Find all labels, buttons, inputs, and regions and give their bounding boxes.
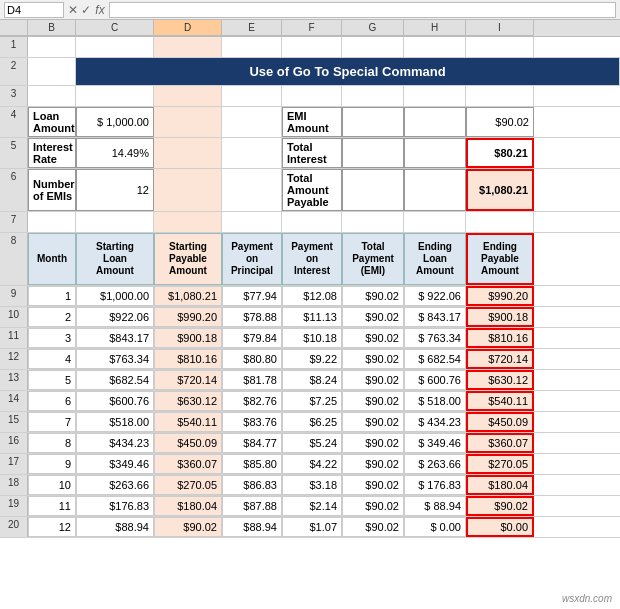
table-row-9: 9 1 $1,000.00 $1,080.21 $77.94 $12.08 $9… — [0, 286, 620, 307]
cell-E6 — [222, 169, 282, 211]
cell-el-20: $ 0.00 — [404, 517, 466, 537]
col-header-H[interactable]: H — [404, 20, 466, 36]
cell-sp-10: $990.20 — [154, 307, 222, 327]
cell-ep-14: $540.11 — [466, 391, 534, 411]
cell-month-13: 5 — [28, 370, 76, 390]
row-5: 5 Interest Rate 14.49% Total Interest $8… — [0, 138, 620, 169]
rownum-16: 16 — [0, 433, 28, 453]
rate-label: Interest Rate — [28, 138, 76, 168]
cell-el-14: $ 518.00 — [404, 391, 466, 411]
header-starting-payable: Starting Payable Amount — [154, 233, 222, 285]
cell-month-9: 1 — [28, 286, 76, 306]
cell-month-10: 2 — [28, 307, 76, 327]
rownum-15: 15 — [0, 412, 28, 432]
formula-bar: D4 ✕ ✓ fx — [0, 0, 620, 20]
cell-I3 — [466, 86, 534, 106]
header-ending-loan: Ending Loan Amount — [404, 233, 466, 285]
cell-sl-17: $349.46 — [76, 454, 154, 474]
cell-sp-14: $630.12 — [154, 391, 222, 411]
cell-sl-14: $600.76 — [76, 391, 154, 411]
col-header-C[interactable]: C — [76, 20, 154, 36]
cell-H6 — [404, 169, 466, 211]
cell-H4 — [404, 107, 466, 137]
cell-el-19: $ 88.94 — [404, 496, 466, 516]
cell-pp-13: $81.78 — [222, 370, 282, 390]
loan-value: $ 1,000.00 — [76, 107, 154, 137]
name-box[interactable]: D4 — [4, 2, 64, 18]
cell-sp-12: $810.16 — [154, 349, 222, 369]
cell-sl-19: $176.83 — [76, 496, 154, 516]
rownum-12: 12 — [0, 349, 28, 369]
cell-D3 — [154, 86, 222, 106]
cell-sp-19: $180.04 — [154, 496, 222, 516]
rownum-10: 10 — [0, 307, 28, 327]
cell-el-17: $ 263.66 — [404, 454, 466, 474]
cell-C3 — [76, 86, 154, 106]
cell-pp-10: $78.88 — [222, 307, 282, 327]
rownum-19: 19 — [0, 496, 28, 516]
cell-el-16: $ 349.46 — [404, 433, 466, 453]
cell-month-17: 9 — [28, 454, 76, 474]
col-header-I[interactable]: I — [466, 20, 534, 36]
cell-sp-18: $270.05 — [154, 475, 222, 495]
cell-H5 — [404, 138, 466, 168]
cell-el-15: $ 434.23 — [404, 412, 466, 432]
cell-E1 — [222, 37, 282, 57]
cell-tp-15: $90.02 — [342, 412, 404, 432]
cell-month-15: 7 — [28, 412, 76, 432]
cell-tp-19: $90.02 — [342, 496, 404, 516]
cell-pp-14: $82.76 — [222, 391, 282, 411]
cell-D6 — [154, 169, 222, 211]
column-header-row: B C D E F G H I — [0, 20, 620, 37]
cell-pi-15: $6.25 — [282, 412, 342, 432]
row-2: 2 Use of Go To Special Command — [0, 58, 620, 86]
cell-pi-16: $5.24 — [282, 433, 342, 453]
cell-D7 — [154, 212, 222, 232]
rownum-4: 4 — [0, 107, 28, 137]
cell-tp-14: $90.02 — [342, 391, 404, 411]
emi-amount-value: $90.02 — [466, 107, 534, 137]
cell-G4 — [342, 107, 404, 137]
cell-month-14: 6 — [28, 391, 76, 411]
table-row-17: 17 9 $349.46 $360.07 $85.80 $4.22 $90.02… — [0, 454, 620, 475]
cell-tp-11: $90.02 — [342, 328, 404, 348]
col-header-E[interactable]: E — [222, 20, 282, 36]
rownum-5: 5 — [0, 138, 28, 168]
cell-G3 — [342, 86, 404, 106]
cell-tp-12: $90.02 — [342, 349, 404, 369]
table-row-14: 14 6 $600.76 $630.12 $82.76 $7.25 $90.02… — [0, 391, 620, 412]
cell-tp-16: $90.02 — [342, 433, 404, 453]
cell-pi-14: $7.25 — [282, 391, 342, 411]
loan-label: Loan Amount — [28, 107, 76, 137]
cell-tp-18: $90.02 — [342, 475, 404, 495]
col-header-F[interactable]: F — [282, 20, 342, 36]
cell-sl-20: $88.94 — [76, 517, 154, 537]
table-row-12: 12 4 $763.34 $810.16 $80.80 $9.22 $90.02… — [0, 349, 620, 370]
cell-month-12: 4 — [28, 349, 76, 369]
cell-I1 — [466, 37, 534, 57]
cell-sp-16: $450.09 — [154, 433, 222, 453]
cell-G1 — [342, 37, 404, 57]
col-header-G[interactable]: G — [342, 20, 404, 36]
cell-sp-13: $720.14 — [154, 370, 222, 390]
cell-el-12: $ 682.54 — [404, 349, 466, 369]
cell-sl-13: $682.54 — [76, 370, 154, 390]
cell-pi-19: $2.14 — [282, 496, 342, 516]
cell-ep-17: $270.05 — [466, 454, 534, 474]
col-header-B[interactable]: B — [28, 20, 76, 36]
cell-B2 — [28, 58, 76, 85]
rownum-11: 11 — [0, 328, 28, 348]
spreadsheet: D4 ✕ ✓ fx B C D E F G H I 1 2 Use of Go … — [0, 0, 620, 538]
cell-G6 — [342, 169, 404, 211]
cell-ep-12: $720.14 — [466, 349, 534, 369]
col-header-D[interactable]: D — [154, 20, 222, 36]
header-payment-interest: Payment on Interest — [282, 233, 342, 285]
cell-tp-13: $90.02 — [342, 370, 404, 390]
cell-E4 — [222, 107, 282, 137]
formula-content[interactable] — [109, 2, 616, 18]
cell-sl-10: $922.06 — [76, 307, 154, 327]
cell-pp-12: $80.80 — [222, 349, 282, 369]
cell-pi-11: $10.18 — [282, 328, 342, 348]
rownum-3: 3 — [0, 86, 28, 106]
table-row-15: 15 7 $518.00 $540.11 $83.76 $6.25 $90.02… — [0, 412, 620, 433]
